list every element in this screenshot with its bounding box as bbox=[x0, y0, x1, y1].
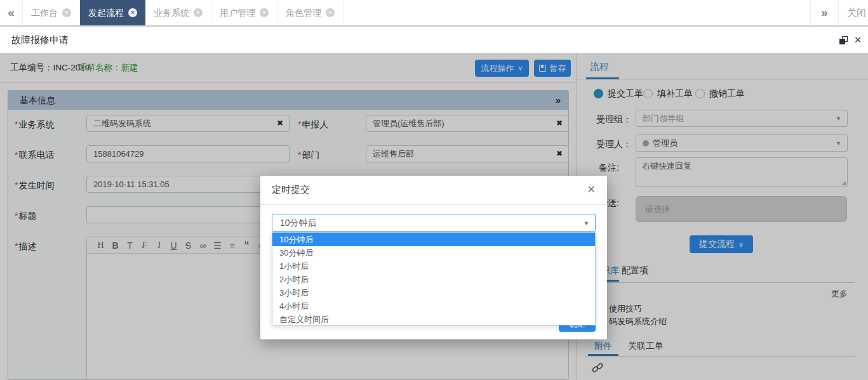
option-custom-time[interactable]: 自定义时间后 bbox=[272, 313, 595, 326]
top-tab-bar: « 工作台 ✕ 发起流程 ✕ 业务系统 ✕ 用户管理 ✕ 角色管理 ✕ » 关闭 bbox=[0, 0, 868, 27]
tab-label: 业务系统 bbox=[154, 0, 189, 25]
chevron-down-icon: ▼ bbox=[584, 220, 589, 226]
delay-time-option-list: 10分钟后 30分钟后 1小时后 2小时后 3小时后 4小时后 自定义时间后 bbox=[272, 232, 596, 325]
scroll-tabs-left-icon[interactable]: « bbox=[0, 0, 23, 25]
tab-business-system[interactable]: 业务系统 ✕ bbox=[145, 0, 211, 25]
window-title-bar: 故障报修申请 × bbox=[0, 27, 868, 53]
scroll-tabs-right-icon[interactable]: » bbox=[810, 0, 838, 25]
tab-label: 用户管理 bbox=[220, 0, 255, 25]
scheduled-submit-dialog: 定时提交 × 10分钟后 ▼ 确定 10分钟后 30分钟后 1小时后 2小时后 … bbox=[260, 176, 607, 339]
restore-window-icon[interactable] bbox=[839, 36, 848, 44]
close-all-tabs-button[interactable]: 关闭 bbox=[838, 0, 868, 25]
tab-label: 工作台 bbox=[31, 0, 58, 25]
tab-close-icon[interactable]: ✕ bbox=[194, 8, 203, 17]
option-4hour[interactable]: 4小时后 bbox=[272, 299, 595, 313]
tab-close-icon[interactable]: ✕ bbox=[128, 8, 137, 17]
tab-close-icon[interactable]: ✕ bbox=[62, 8, 71, 17]
dialog-title: 定时提交 bbox=[272, 184, 310, 196]
tab-close-icon[interactable]: ✕ bbox=[326, 8, 335, 17]
option-1hour[interactable]: 1小时后 bbox=[272, 259, 595, 273]
delay-time-select[interactable]: 10分钟后 ▼ bbox=[272, 214, 596, 232]
close-window-icon[interactable]: × bbox=[851, 32, 864, 48]
option-10min[interactable]: 10分钟后 bbox=[272, 233, 595, 246]
tab-label: 发起流程 bbox=[88, 0, 124, 25]
tab-close-icon[interactable]: ✕ bbox=[260, 8, 269, 17]
close-dialog-icon[interactable]: × bbox=[584, 181, 598, 197]
tab-strip: 工作台 ✕ 发起流程 ✕ 业务系统 ✕ 用户管理 ✕ 角色管理 ✕ bbox=[23, 0, 344, 25]
tab-label: 角色管理 bbox=[286, 0, 321, 25]
divider bbox=[260, 204, 607, 205]
option-2hour[interactable]: 2小时后 bbox=[272, 273, 595, 286]
option-3hour[interactable]: 3小时后 bbox=[272, 286, 595, 299]
tab-user-management[interactable]: 用户管理 ✕ bbox=[211, 0, 277, 25]
tab-role-management[interactable]: 角色管理 ✕ bbox=[277, 0, 344, 25]
tab-initiate-flow[interactable]: 发起流程 ✕ bbox=[80, 0, 145, 25]
option-30min[interactable]: 30分钟后 bbox=[272, 246, 595, 259]
window-title: 故障报修申请 bbox=[11, 27, 69, 53]
tab-workbench[interactable]: 工作台 ✕ bbox=[23, 0, 80, 25]
